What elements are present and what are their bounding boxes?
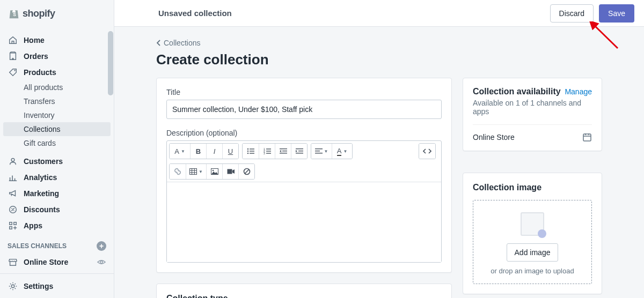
sidebar-item-customers[interactable]: Customers <box>0 153 114 169</box>
svg-rect-37 <box>583 134 591 141</box>
svg-point-11 <box>247 148 248 150</box>
manage-link[interactable]: Manage <box>565 87 592 96</box>
add-channel-icon[interactable]: + <box>97 241 106 251</box>
svg-point-15 <box>247 153 248 154</box>
sidebar-item-marketing[interactable]: Marketing <box>0 185 114 202</box>
html-view-button[interactable] <box>419 144 435 159</box>
indent-button[interactable] <box>291 144 307 159</box>
sales-channels-header: SALES CHANNELS + <box>0 234 114 254</box>
italic-button[interactable]: I <box>206 144 222 159</box>
sidebar-item-label: Settings <box>24 282 53 290</box>
topbar: Unsaved collection Discard Save <box>114 0 644 27</box>
svg-rect-7 <box>14 222 17 225</box>
sidebar-sub-all-products[interactable]: All products <box>0 80 114 94</box>
sidebar-item-apps[interactable]: Apps <box>0 218 114 234</box>
collection-type-heading: Collection type <box>166 294 442 298</box>
sidebar-item-label: Home <box>24 36 45 44</box>
image-drop-zone[interactable]: Add image or drop an image to upload <box>473 200 592 284</box>
svg-rect-35 <box>227 169 232 174</box>
svg-rect-20 <box>266 151 271 151</box>
brand-logo[interactable]: S shopify <box>0 0 114 27</box>
apps-icon <box>8 220 18 231</box>
store-icon <box>8 257 18 267</box>
main-nav: Home Orders Products All products Transf… <box>0 27 114 273</box>
title-input[interactable] <box>166 100 442 119</box>
video-button[interactable] <box>222 164 238 179</box>
discounts-icon <box>8 204 18 215</box>
bullet-list-button[interactable] <box>243 144 259 159</box>
svg-rect-27 <box>298 151 303 151</box>
sidebar-item-home[interactable]: Home <box>0 32 114 48</box>
outdent-button[interactable] <box>275 144 291 159</box>
description-textarea[interactable] <box>167 182 441 262</box>
sidebar-item-label: Apps <box>24 221 42 230</box>
sidebar-item-online-store[interactable]: Online Store <box>0 254 114 270</box>
rich-text-editor: A▼ B I U 123 ▼ A▼ <box>166 140 442 263</box>
sidebar-sub-gift-cards[interactable]: Gift cards <box>0 136 114 150</box>
table-button[interactable]: ▼ <box>186 164 206 179</box>
svg-point-4 <box>11 208 12 209</box>
svg-rect-16 <box>250 153 254 153</box>
view-store-icon[interactable] <box>97 257 106 267</box>
sidebar-item-analytics[interactable]: Analytics <box>0 169 114 185</box>
svg-rect-25 <box>280 153 287 153</box>
clear-format-button[interactable] <box>238 164 254 179</box>
sidebar-item-label: Online Store <box>24 258 68 266</box>
orders-icon <box>8 51 18 62</box>
sidebar-item-discounts[interactable]: Discounts <box>0 202 114 218</box>
card-collection-image: Collection image Add image or drop an im… <box>463 173 602 294</box>
sidebar-item-label: Marketing <box>24 189 59 198</box>
svg-rect-29 <box>315 148 323 149</box>
svg-rect-24 <box>282 151 287 151</box>
svg-rect-31 <box>315 153 323 153</box>
discard-button[interactable]: Discard <box>550 4 594 23</box>
svg-rect-8 <box>10 227 12 229</box>
sidebar-sub-transfers[interactable]: Transfers <box>0 94 114 108</box>
page-title: Create collection <box>156 51 602 68</box>
products-icon <box>8 67 18 78</box>
save-button[interactable]: Save <box>599 4 634 23</box>
underline-button[interactable]: U <box>222 144 238 159</box>
svg-point-2 <box>11 158 14 161</box>
card-availability: Collection availability Manage Available… <box>463 78 602 151</box>
sidebar-item-orders[interactable]: Orders <box>0 48 114 64</box>
svg-text:3: 3 <box>264 152 265 154</box>
sidebar-item-label: Discounts <box>24 205 60 214</box>
sidebar-sub-inventory[interactable]: Inventory <box>0 108 114 122</box>
svg-point-13 <box>247 151 248 152</box>
svg-text:S: S <box>13 12 16 17</box>
main-content: Collections Create collection Title Desc… <box>114 27 644 298</box>
align-dropdown[interactable]: ▼ <box>311 144 332 159</box>
availability-status: Available on 1 of 1 channels and apps <box>473 99 592 116</box>
drop-hint: or drop an image to upload <box>491 267 574 275</box>
sidebar-scrollbar[interactable] <box>108 31 113 95</box>
shopify-bag-icon: S <box>9 8 19 19</box>
gear-icon <box>8 281 18 292</box>
svg-rect-14 <box>250 151 254 151</box>
sidebar-sub-collections[interactable]: Collections <box>3 122 111 136</box>
link-button[interactable] <box>170 164 186 179</box>
svg-point-1 <box>14 70 15 71</box>
format-dropdown[interactable]: A▼ <box>170 144 190 159</box>
sidebar-item-label: Customers <box>24 157 63 166</box>
image-button[interactable] <box>206 164 222 179</box>
ordered-list-button[interactable]: 123 <box>259 144 275 159</box>
sidebar-item-settings[interactable]: Settings <box>0 273 114 298</box>
sidebar-item-products[interactable]: Products <box>0 64 114 80</box>
caret-down-icon: ▼ <box>343 149 347 154</box>
card-collection-type: Collection type <box>156 284 452 298</box>
sidebar-item-label: Orders <box>24 52 48 61</box>
breadcrumb-label: Collections <box>164 39 200 47</box>
card-details: Title Description (optional) A▼ B I U <box>156 78 452 273</box>
calendar-icon[interactable] <box>582 132 592 142</box>
color-dropdown[interactable]: A▼ <box>332 144 352 159</box>
availability-heading: Collection availability <box>473 87 561 96</box>
add-image-button[interactable]: Add image <box>507 243 559 262</box>
sidebar-item-label: Products <box>24 68 56 77</box>
breadcrumb-back[interactable]: Collections <box>156 39 602 47</box>
image-placeholder-icon <box>521 212 544 236</box>
svg-point-5 <box>13 210 14 211</box>
title-label: Title <box>166 88 442 96</box>
svg-rect-32 <box>190 169 197 175</box>
bold-button[interactable]: B <box>190 144 206 159</box>
